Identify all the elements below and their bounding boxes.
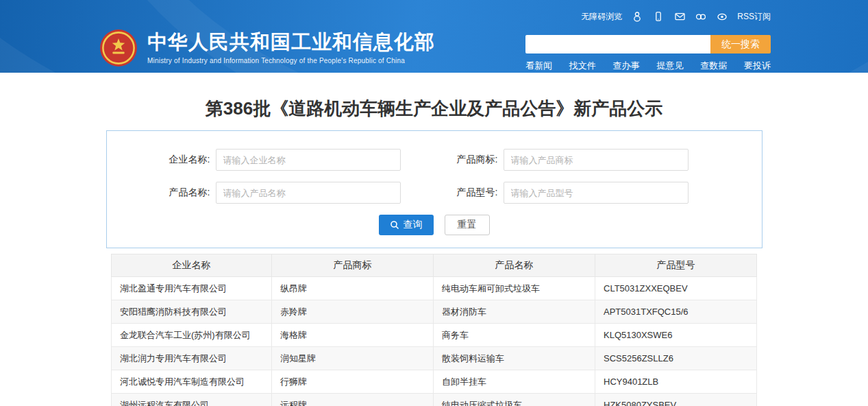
unified-search-input[interactable]: [525, 35, 710, 53]
cell-product: 商务车: [434, 324, 595, 347]
mail-icon[interactable]: [673, 10, 686, 23]
cell-model: APT5031TXFQC15/6: [595, 300, 757, 324]
cell-company: 金龙联合汽车工业(苏州)有限公司: [112, 324, 272, 347]
table-row: 安阳猎鹰消防科技有限公司 赤羚牌 器材消防车 APT5031TXFQC15/6: [112, 300, 757, 324]
cell-brand: 润知星牌: [272, 347, 434, 370]
cell-company: 湖北润力专用汽车有限公司: [112, 347, 272, 370]
cell-brand: 赤羚牌: [272, 300, 434, 324]
cell-product: 自卸半挂车: [434, 370, 595, 394]
table-row: 金龙联合汽车工业(苏州)有限公司 海格牌 商务车 KLQ5130XSWE6: [112, 324, 757, 347]
cell-model: CLT5031ZXXEQBEV: [595, 277, 757, 300]
cell-model: HZK5080ZYSBEV: [595, 394, 757, 406]
table-row: 湖州远程汽车有限公司 远程牌 纯电动压缩式垃圾车 HZK5080ZYSBEV: [112, 394, 757, 406]
query-button-label: 查询: [404, 219, 423, 231]
field-product-brand: 产品商标:: [401, 149, 689, 171]
nav-item-feedback[interactable]: 提意见: [656, 60, 683, 72]
product-model-label: 产品型号:: [401, 187, 504, 199]
company-name-label: 企业名称:: [116, 154, 216, 166]
product-name-input[interactable]: [216, 182, 401, 204]
brand: 中华人民共和国工业和信息化部 Ministry of Industry and …: [99, 29, 435, 67]
cell-company: 湖州远程汽车有限公司: [112, 394, 272, 406]
query-button[interactable]: 查询: [379, 215, 434, 235]
product-model-input[interactable]: [504, 182, 689, 204]
field-company-name: 企业名称:: [116, 149, 401, 171]
nav-item-services[interactable]: 查办事: [613, 60, 640, 72]
rss-link[interactable]: RSS订阅: [737, 11, 771, 23]
wechat-icon[interactable]: [695, 10, 707, 23]
brand-text: 中华人民共和国工业和信息化部 Ministry of Industry and …: [147, 32, 435, 64]
field-product-name: 产品名称:: [116, 182, 401, 204]
company-name-input[interactable]: [216, 149, 401, 171]
results-table: 企业名称 产品商标 产品名称 产品型号 湖北盈通专用汽车有限公司 纵昂牌 纯电动…: [111, 254, 757, 406]
cell-model: SCS5256ZSLLZ6: [595, 347, 757, 370]
table-row: 湖北盈通专用汽车有限公司 纵昂牌 纯电动车厢可卸式垃圾车 CLT5031ZXXE…: [112, 277, 757, 300]
nav-item-documents[interactable]: 找文件: [569, 60, 596, 72]
table-row: 河北诚悦专用汽车制造有限公司 行狮牌 自卸半挂车 HCY9401ZLB: [112, 370, 757, 394]
column-header-company: 企业名称: [112, 254, 272, 277]
cell-model: HCY9401ZLB: [595, 370, 757, 394]
header-nav: 看新闻 找文件 查办事 提意见 查数据 要投诉: [525, 60, 771, 72]
cell-brand: 海格牌: [272, 324, 434, 347]
product-brand-input[interactable]: [504, 149, 689, 171]
column-header-model: 产品型号: [595, 254, 757, 277]
table-header-row: 企业名称 产品商标 产品名称 产品型号: [112, 254, 757, 277]
cell-product: 纯电动车厢可卸式垃圾车: [434, 277, 595, 300]
cell-brand: 行狮牌: [272, 370, 434, 394]
accessibility-link[interactable]: 无障碍浏览: [581, 11, 622, 23]
product-brand-label: 产品商标:: [401, 154, 504, 166]
ministry-name-en: Ministry of Industry and Information Tec…: [147, 57, 435, 64]
magnifier-icon: [390, 220, 399, 230]
cell-product: 散装饲料运输车: [434, 347, 595, 370]
column-header-brand: 产品商标: [272, 254, 434, 277]
page-title: 第386批《道路机动车辆生产企业及产品公告》新产品公示: [0, 97, 868, 119]
cell-brand: 纵昂牌: [272, 277, 434, 300]
product-name-label: 产品名称:: [116, 187, 216, 199]
reset-button[interactable]: 重置: [445, 215, 490, 235]
cell-product: 器材消防车: [434, 300, 595, 324]
cell-product: 纯电动压缩式垃圾车: [434, 394, 595, 406]
ministry-name-cn: 中华人民共和国工业和信息化部: [147, 32, 435, 53]
weibo-icon[interactable]: [716, 10, 728, 23]
nav-item-complaint[interactable]: 要投诉: [744, 60, 771, 72]
field-product-model: 产品型号:: [401, 182, 689, 204]
nav-item-data[interactable]: 查数据: [700, 60, 727, 72]
utility-bar: 无障碍浏览 RSS订阅: [581, 10, 771, 23]
header-search-area: 统一搜索 看新闻 找文件 查办事 提意见 查数据 要投诉: [525, 35, 771, 72]
cell-brand: 远程牌: [272, 394, 434, 406]
cell-company: 安阳猎鹰消防科技有限公司: [112, 300, 272, 324]
mobile-icon[interactable]: [652, 10, 665, 23]
site-header: 无障碍浏览 RSS订阅: [0, 0, 868, 73]
cell-company: 河北诚悦专用汽车制造有限公司: [112, 370, 272, 394]
nav-item-news[interactable]: 看新闻: [525, 60, 552, 72]
unified-search-button[interactable]: 统一搜索: [710, 35, 771, 53]
results-table-body: 湖北盈通专用汽车有限公司 纵昂牌 纯电动车厢可卸式垃圾车 CLT5031ZXXE…: [112, 277, 757, 406]
brand-row: 中华人民共和国工业和信息化部 Ministry of Industry and …: [0, 29, 868, 72]
national-emblem-icon: [99, 29, 138, 67]
table-row: 湖北润力专用汽车有限公司 润知星牌 散装饲料运输车 SCS5256ZSLLZ6: [112, 347, 757, 370]
cell-model: KLQ5130XSWE6: [595, 324, 757, 347]
filter-form: 企业名称: 产品商标: 产品名称: 产品型号: 查询 重置: [106, 130, 762, 248]
column-header-product: 产品名称: [434, 254, 595, 277]
mascot-icon[interactable]: [631, 10, 643, 23]
cell-company: 湖北盈通专用汽车有限公司: [112, 277, 272, 300]
